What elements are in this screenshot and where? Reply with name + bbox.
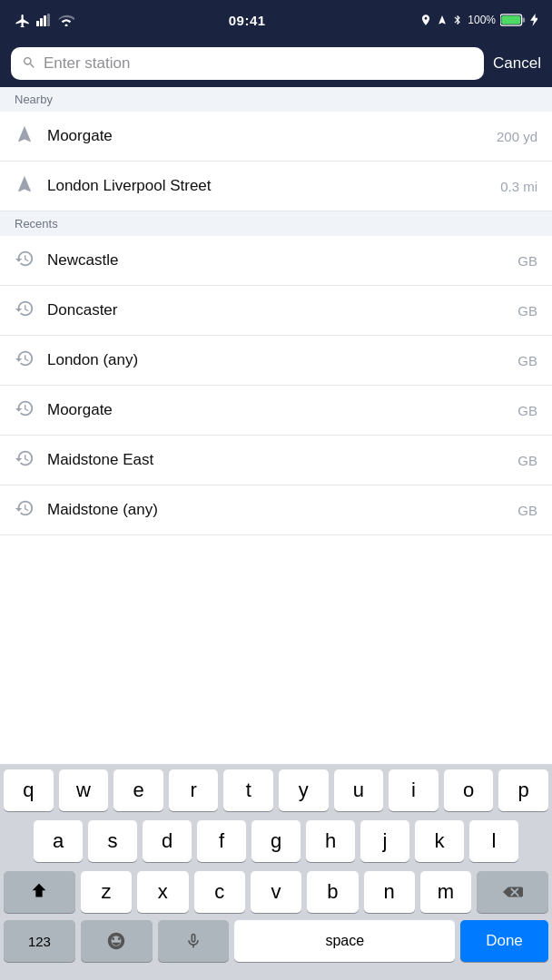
station-suffix: GB — [518, 403, 537, 418]
list-item[interactable]: NewcastleGB — [0, 236, 552, 286]
search-input[interactable] — [44, 54, 473, 73]
station-name: London Liverpool Street — [47, 177, 488, 195]
list-item[interactable]: MoorgateGB — [0, 386, 552, 436]
signal-icon — [36, 14, 53, 26]
key-s[interactable]: s — [88, 820, 137, 862]
key-g[interactable]: g — [251, 820, 301, 862]
key-f[interactable]: f — [197, 820, 246, 862]
list-item[interactable]: London Liverpool Street0.3 mi — [0, 162, 552, 211]
key-y[interactable]: y — [279, 769, 329, 811]
station-suffix: GB — [518, 503, 537, 518]
keyboard: qwertyuiopasdfghjklzxcvbnm123spaceDone — [0, 764, 552, 980]
search-input-wrap[interactable] — [11, 47, 484, 80]
keyboard-row-3: zxcvbnm — [0, 866, 552, 916]
key-u[interactable]: u — [334, 769, 384, 811]
station-name: Maidstone East — [47, 451, 505, 469]
keyboard-row-4: 123spaceDone — [0, 916, 552, 980]
key-n[interactable]: n — [364, 871, 415, 913]
done-key[interactable]: Done — [460, 920, 548, 962]
key-x[interactable]: x — [137, 871, 188, 913]
key-h[interactable]: h — [306, 820, 355, 862]
key-z[interactable]: z — [81, 871, 132, 913]
svg-rect-0 — [36, 21, 39, 26]
bluetooth-icon — [452, 14, 463, 26]
battery-icon — [500, 14, 526, 26]
station-suffix: GB — [518, 303, 537, 318]
navigation-icon — [15, 124, 34, 148]
key-i[interactable]: i — [389, 769, 439, 811]
key-m[interactable]: m — [420, 871, 471, 913]
status-time: 09:41 — [229, 13, 266, 28]
station-suffix: GB — [518, 453, 537, 468]
key-e[interactable]: e — [113, 769, 163, 811]
list-item[interactable]: Maidstone EastGB — [0, 436, 552, 485]
list-item[interactable]: Moorgate200 yd — [0, 112, 552, 162]
key-b[interactable]: b — [307, 871, 358, 913]
section-header-0: Nearby — [0, 87, 552, 112]
key-o[interactable]: o — [444, 769, 494, 811]
space-key[interactable]: space — [234, 920, 455, 962]
list-item[interactable]: London (any)GB — [0, 336, 552, 386]
station-name: Maidstone (any) — [47, 501, 505, 519]
history-icon — [15, 498, 34, 522]
charging-icon — [530, 14, 537, 26]
key-a[interactable]: a — [34, 820, 83, 862]
svg-rect-1 — [40, 18, 43, 26]
list-item[interactable]: DoncasterGB — [0, 286, 552, 336]
key-p[interactable]: p — [498, 769, 548, 811]
status-right: 100% — [419, 14, 537, 26]
station-suffix: 0.3 mi — [500, 179, 537, 194]
direction-icon — [437, 14, 448, 26]
history-icon — [15, 249, 34, 272]
emoji-key[interactable] — [81, 920, 153, 962]
location-icon — [419, 14, 432, 26]
list-item[interactable]: Maidstone (any)GB — [0, 485, 552, 535]
history-icon — [15, 299, 34, 322]
history-icon — [15, 398, 34, 422]
svg-rect-7 — [522, 17, 525, 22]
key-q[interactable]: q — [4, 769, 54, 811]
cancel-button[interactable]: Cancel — [493, 51, 541, 76]
history-icon — [15, 448, 34, 472]
key-r[interactable]: r — [169, 769, 219, 811]
station-name: Doncaster — [47, 301, 505, 319]
keyboard-row-2: asdfghjkl — [0, 815, 552, 866]
search-icon — [22, 55, 36, 73]
mic-key[interactable] — [158, 920, 230, 962]
navigation-icon — [15, 174, 34, 198]
keyboard-row-1: qwertyuiop — [0, 764, 552, 815]
battery-percentage: 100% — [468, 14, 496, 26]
wifi-icon — [58, 14, 74, 26]
svg-point-4 — [65, 24, 68, 27]
key-v[interactable]: v — [251, 871, 301, 913]
history-icon — [15, 348, 34, 372]
search-bar: Cancel — [0, 40, 552, 87]
key-c[interactable]: c — [194, 871, 245, 913]
key-l[interactable]: l — [469, 820, 518, 862]
station-suffix: GB — [518, 253, 537, 269]
key-j[interactable]: j — [360, 820, 409, 862]
section-header-1: Recents — [0, 211, 552, 236]
backspace-key[interactable] — [477, 871, 548, 913]
station-name: London (any) — [47, 351, 505, 369]
status-bar: 09:41 100% — [0, 0, 552, 40]
station-suffix: GB — [518, 353, 537, 368]
station-suffix: 200 yd — [497, 129, 537, 144]
numbers-key[interactable]: 123 — [4, 920, 75, 962]
key-w[interactable]: w — [59, 769, 109, 811]
key-k[interactable]: k — [415, 820, 464, 862]
key-t[interactable]: t — [223, 769, 273, 811]
station-name: Moorgate — [47, 127, 484, 145]
plane-icon — [15, 13, 31, 27]
status-left — [15, 13, 74, 27]
svg-rect-3 — [47, 14, 50, 26]
key-d[interactable]: d — [143, 820, 192, 862]
station-name: Newcastle — [47, 251, 505, 270]
content-list: NearbyMoorgate200 ydLondon Liverpool Str… — [0, 87, 552, 535]
svg-rect-2 — [44, 15, 46, 26]
shift-key[interactable] — [4, 871, 75, 913]
station-name: Moorgate — [47, 401, 505, 419]
svg-rect-6 — [501, 15, 520, 24]
